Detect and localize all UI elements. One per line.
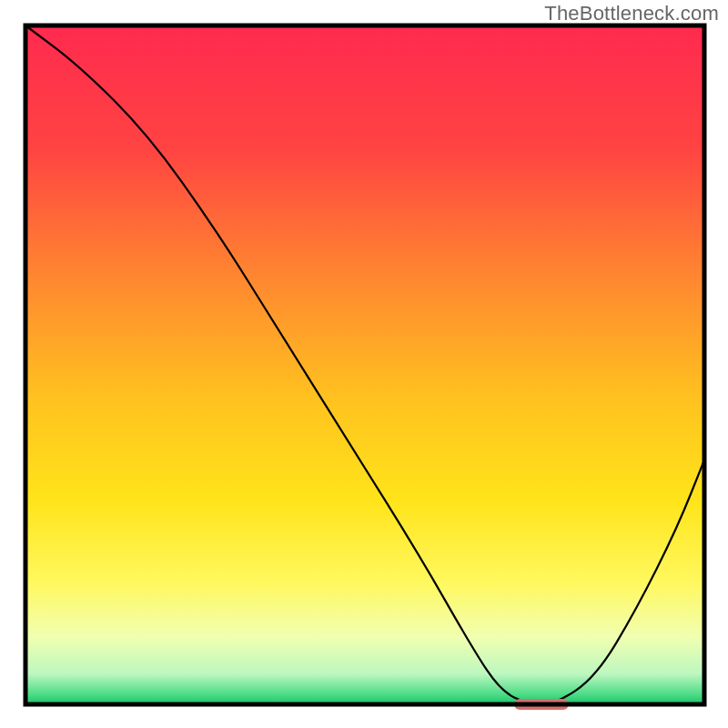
bottleneck-chart	[0, 0, 728, 728]
plot-area	[25, 25, 704, 704]
